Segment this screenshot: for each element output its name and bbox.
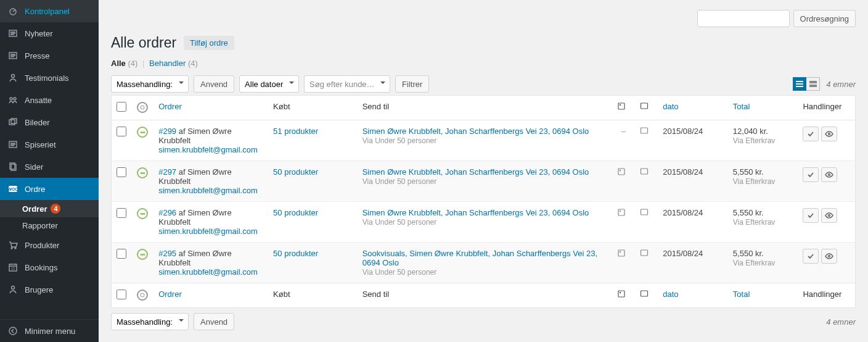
customer-search-select[interactable]: Søg efter kunde… xyxy=(304,75,390,93)
shipto-link[interactable]: Simen Øwre Krubbfelt, Johan Scharffenber… xyxy=(362,167,589,177)
svg-rect-25 xyxy=(618,103,624,109)
select-all-checkbox[interactable] xyxy=(117,102,126,112)
count-badge: 4 xyxy=(51,204,60,214)
svg-point-26 xyxy=(620,104,621,106)
order-date: 2015/08/24 xyxy=(663,127,703,136)
view-order-button[interactable] xyxy=(821,208,837,223)
purchased-link[interactable]: 50 produkter xyxy=(273,249,318,258)
filter-button[interactable]: Filtrer xyxy=(395,75,429,93)
order-email-link[interactable]: simen.krubbfelt@gmail.com xyxy=(158,186,258,195)
view-list-icon[interactable] xyxy=(793,77,806,91)
row-checkbox[interactable] xyxy=(117,208,126,218)
view-excerpt-icon[interactable] xyxy=(806,77,820,91)
customer-note-icon[interactable] xyxy=(617,167,630,176)
view-order-button[interactable] xyxy=(821,127,837,141)
table-row: •••#295 af Simen Øwre Krubbfeltsimen.kru… xyxy=(112,243,856,283)
complete-order-button[interactable] xyxy=(803,208,819,223)
order-notes-icon[interactable] xyxy=(640,249,653,257)
order-link[interactable]: #296 xyxy=(158,208,176,217)
svg-point-37 xyxy=(829,215,830,217)
order-search-button[interactable]: Ordresøgning xyxy=(793,10,856,27)
bulk-apply-button-bottom[interactable]: Anvend xyxy=(194,313,234,330)
sidebar-item-nyheter[interactable]: Nyheter xyxy=(0,22,99,44)
order-notes-icon[interactable] xyxy=(640,127,653,135)
sidebar-item-label: Brugere xyxy=(25,285,53,294)
sidebar-item-testimonials[interactable]: Testimonials xyxy=(0,67,99,89)
svg-rect-40 xyxy=(641,250,648,256)
list-icon xyxy=(7,28,18,39)
customer-note-icon[interactable] xyxy=(617,249,630,257)
bulk-action-select[interactable]: Massehandling: xyxy=(111,75,189,93)
sidebar-item-spiseriet[interactable]: Spiseriet xyxy=(0,133,99,156)
person-icon xyxy=(7,72,18,83)
row-checkbox[interactable] xyxy=(117,167,126,177)
sidebar-item-presse[interactable]: Presse xyxy=(0,44,99,67)
complete-order-button[interactable] xyxy=(803,249,819,264)
date-filter-select[interactable]: Alle datoer xyxy=(239,75,299,93)
col-header-total[interactable]: Total xyxy=(733,290,750,299)
main-content: Ordresøgning Alle ordrer Tilføj ordre Al… xyxy=(99,0,868,342)
row-checkbox[interactable] xyxy=(117,127,126,136)
col-header-date[interactable]: dato xyxy=(663,102,678,111)
sidebar-item-produkter[interactable]: Produkter xyxy=(0,234,99,256)
sidebar-subitem-rapporter[interactable]: Rapporter xyxy=(0,217,99,234)
status-link-processing[interactable]: Behandler xyxy=(149,59,186,68)
order-link[interactable]: #295 xyxy=(158,249,176,258)
order-email-link[interactable]: simen.krubbfelt@gmail.com xyxy=(158,267,258,277)
copy-icon xyxy=(7,161,18,172)
col-header-shipto: Send til xyxy=(358,283,612,308)
shipto-link[interactable]: Simen Øwre Krubbfelt, Johan Scharffenber… xyxy=(362,208,589,217)
sidebar-item-label: Kontrolpanel xyxy=(25,7,70,16)
col-header-order[interactable]: Ordrer xyxy=(158,102,182,111)
svg-rect-19 xyxy=(796,81,803,82)
status-header-icon xyxy=(137,290,148,301)
table-row: •••#297 af Simen Øwre Krubbfeltsimen.kru… xyxy=(112,161,856,202)
customer-note-icon[interactable] xyxy=(617,208,630,217)
collapse-menu[interactable]: Minimer menu xyxy=(0,319,99,342)
order-notes-icon[interactable] xyxy=(640,167,653,176)
order-email-link[interactable]: simen.krubbfelt@gmail.com xyxy=(158,145,258,154)
select-all-checkbox-foot[interactable] xyxy=(117,290,126,299)
order-link[interactable]: #299 xyxy=(158,127,176,136)
row-checkbox[interactable] xyxy=(117,249,126,259)
sidebar-item-bileder[interactable]: Bileder xyxy=(0,111,99,133)
purchased-link[interactable]: 51 produkter xyxy=(273,127,318,136)
col-header-date[interactable]: dato xyxy=(663,290,678,299)
svg-rect-45 xyxy=(641,291,648,296)
add-order-button[interactable]: Tilføj ordre xyxy=(184,36,234,50)
order-notes-icon[interactable] xyxy=(640,208,653,217)
purchased-link[interactable]: 50 produkter xyxy=(273,167,318,177)
svg-rect-34 xyxy=(618,209,624,215)
status-processing-icon: ••• xyxy=(137,167,148,178)
col-header-order[interactable]: Ordrer xyxy=(158,290,182,299)
svg-rect-36 xyxy=(641,209,648,215)
sidebar-item-bookings[interactable]: 10Bookings xyxy=(0,256,99,278)
item-count: 4 emner xyxy=(826,80,856,89)
svg-point-33 xyxy=(829,174,830,176)
order-search-input[interactable] xyxy=(697,10,790,27)
shipto-link[interactable]: Sookvisuals, Simen Øwre Krubbfelt, Johan… xyxy=(362,249,597,267)
sidebar-item-ansatte[interactable]: Ansatte xyxy=(0,89,99,111)
note-header-icon xyxy=(617,102,630,111)
bulk-apply-button[interactable]: Anvend xyxy=(194,75,234,93)
order-link[interactable]: #297 xyxy=(158,167,176,177)
shipto-link[interactable]: Simen Øwre Krubbfelt, Johan Scharffenber… xyxy=(362,127,589,136)
complete-order-button[interactable] xyxy=(803,167,819,182)
status-link-all[interactable]: Alle xyxy=(111,59,126,68)
svg-point-24 xyxy=(141,106,144,109)
complete-order-button[interactable] xyxy=(803,127,819,141)
table-row: •••#296 af Simen Øwre Krubbfeltsimen.kru… xyxy=(112,202,856,243)
svg-rect-32 xyxy=(641,169,648,174)
sidebar-item-ordre[interactable]: WOOOrdre xyxy=(0,178,99,200)
sidebar-item-kontrolpanel[interactable]: Kontrolpanel xyxy=(0,0,99,22)
sidebar-item-sider[interactable]: Sider xyxy=(0,156,99,178)
sidebar-item-label: Bileder xyxy=(25,118,49,127)
sidebar-item-brugere[interactable]: Brugere xyxy=(0,278,99,301)
view-order-button[interactable] xyxy=(821,167,837,182)
bulk-action-select-bottom[interactable]: Massehandling: xyxy=(111,313,189,330)
view-order-button[interactable] xyxy=(821,249,837,264)
order-email-link[interactable]: simen.krubbfelt@gmail.com xyxy=(158,227,258,236)
col-header-total[interactable]: Total xyxy=(733,102,750,111)
sidebar-subitem-ordrer[interactable]: Ordrer4 xyxy=(0,200,99,217)
purchased-link[interactable]: 50 produkter xyxy=(273,208,318,217)
